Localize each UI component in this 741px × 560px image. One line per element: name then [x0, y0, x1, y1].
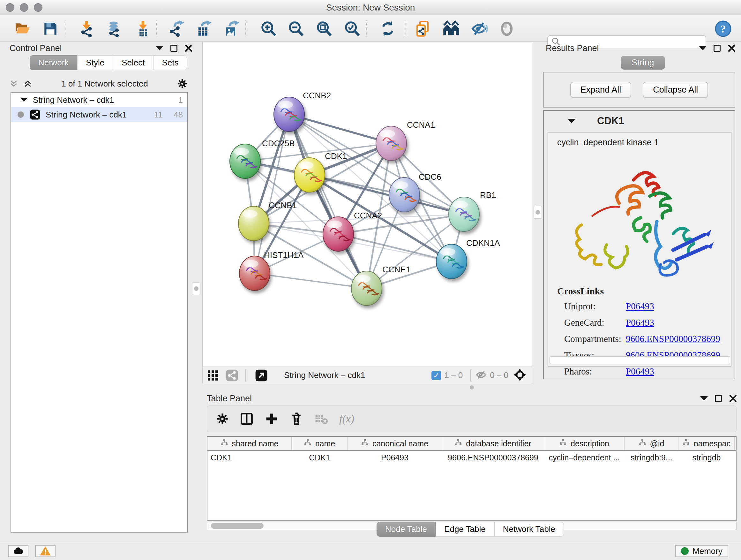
- table-cell[interactable]: 9606.ENSP00000378699: [442, 451, 544, 464]
- import-table-file-icon[interactable]: [134, 20, 152, 38]
- float-panel-icon[interactable]: [171, 45, 178, 52]
- zoom-selected-icon[interactable]: [343, 20, 361, 38]
- network-node-ccne1[interactable]: CCNE1: [351, 265, 410, 306]
- table-row[interactable]: CDK1CDK1P064939606.ENSP00000378699cyclin…: [207, 451, 736, 464]
- table-gear-icon[interactable]: [216, 413, 229, 425]
- show-all-panels-icon[interactable]: [442, 20, 460, 38]
- crosslink-link[interactable]: P06493: [626, 317, 654, 328]
- table-cell[interactable]: cyclin–dependent ...: [544, 451, 624, 464]
- table-cell[interactable]: CDK1: [207, 451, 292, 464]
- function-builder-icon[interactable]: f(x): [339, 413, 354, 425]
- column-header-namespac[interactable]: namespac: [678, 437, 735, 450]
- import-network-file-icon[interactable]: [77, 20, 95, 38]
- left-splitter-handle[interactable]: [192, 282, 200, 295]
- table-float-icon[interactable]: [715, 395, 722, 402]
- tab-style[interactable]: Style: [77, 55, 113, 70]
- clone-network-icon[interactable]: [414, 20, 432, 38]
- gene-collapse-icon[interactable]: [568, 119, 576, 123]
- memory-button[interactable]: Memory: [675, 545, 728, 557]
- tab-select[interactable]: Select: [113, 55, 153, 70]
- tab-edge-table[interactable]: Edge Table: [435, 522, 494, 537]
- table-cell[interactable]: CDK1: [292, 451, 347, 464]
- network-collection-row[interactable]: String Network – cdk1 1: [11, 92, 187, 107]
- table-cell[interactable]: stringdb: [678, 451, 735, 464]
- collapse-all-button[interactable]: Collapse All: [643, 82, 708, 98]
- results-float-icon[interactable]: [714, 45, 721, 52]
- column-header--id[interactable]: @id: [624, 437, 678, 450]
- network-canvas[interactable]: CCNB2CCNA1CDC25BCDK1CDC6RB1CCNB1CCNA2CDK…: [202, 43, 532, 367]
- export-image-icon[interactable]: [223, 20, 241, 38]
- help-icon[interactable]: ?: [714, 20, 732, 38]
- table-cell[interactable]: stringdb:9...: [624, 451, 678, 464]
- bottom-splitter-handle[interactable]: [465, 385, 478, 389]
- gene-header[interactable]: CDK1: [544, 111, 735, 131]
- table-panel: Table Panel f(x) shared namenamecanonica…: [202, 390, 741, 541]
- network-edge[interactable]: [289, 114, 391, 143]
- gear-icon[interactable]: [177, 78, 188, 89]
- tab-sets[interactable]: Sets: [153, 55, 187, 70]
- import-network-database-icon[interactable]: [105, 20, 123, 38]
- right-splitter-handle[interactable]: [534, 206, 542, 219]
- column-header-name[interactable]: name: [292, 437, 347, 450]
- crosslink-link[interactable]: P06493: [626, 366, 654, 377]
- collapse-all-icon[interactable]: [9, 79, 18, 88]
- results-close-icon[interactable]: [728, 44, 736, 52]
- hide-panels-eye-icon[interactable]: [470, 20, 488, 38]
- results-menu-icon[interactable]: [699, 46, 706, 51]
- network-node-ccna1[interactable]: CCNA1: [376, 120, 435, 161]
- node-table[interactable]: shared namenamecanonical namedatabase id…: [207, 436, 737, 521]
- collection-expand-icon[interactable]: [21, 98, 27, 102]
- update-icon[interactable]: [379, 20, 397, 38]
- table-close-icon[interactable]: [729, 394, 737, 402]
- delete-table-icon[interactable]: [314, 412, 328, 426]
- table-hscroll-thumb[interactable]: [211, 523, 264, 529]
- network-node-cdkn1a[interactable]: CDKN1A: [436, 238, 500, 279]
- column-header-database-identifier[interactable]: database identifier: [442, 437, 544, 450]
- tab-node-table[interactable]: Node Table: [377, 522, 435, 537]
- network-view-share-icon[interactable]: [223, 367, 241, 384]
- selected-checkbox-icon[interactable]: ✓: [431, 371, 441, 380]
- column-header-description[interactable]: description: [544, 437, 624, 450]
- expand-all-icon[interactable]: [23, 79, 32, 88]
- crosslink-link[interactable]: 9606.ENSP00000378699: [626, 334, 720, 344]
- cloud-button[interactable]: [8, 545, 28, 557]
- select-columns-icon[interactable]: [240, 412, 254, 426]
- delete-column-icon[interactable]: [289, 412, 304, 426]
- warning-button[interactable]: [35, 545, 56, 557]
- hidden-eye-icon[interactable]: [475, 369, 487, 382]
- inactive-eye-icon[interactable]: [498, 20, 516, 38]
- close-panel-icon[interactable]: [185, 44, 193, 52]
- tab-network[interactable]: Network: [30, 55, 77, 70]
- network-edge[interactable]: [255, 114, 289, 273]
- network-edge[interactable]: [289, 114, 367, 288]
- title-bar: Session: New Session: [0, 0, 741, 15]
- column-header-canonical-name[interactable]: canonical name: [347, 437, 442, 450]
- network-node-ccnb1[interactable]: CCNB1: [239, 200, 297, 241]
- tab-string[interactable]: String: [621, 56, 665, 70]
- table-cell[interactable]: P06493: [347, 451, 442, 464]
- birdseye-grid-icon[interactable]: [203, 367, 223, 384]
- export-table-icon[interactable]: [195, 20, 213, 38]
- table-menu-icon[interactable]: [700, 396, 708, 401]
- zoom-fit-icon[interactable]: [315, 20, 333, 38]
- results-scrollbar[interactable]: [549, 356, 730, 364]
- network-node-cdk1[interactable]: CDK1: [294, 151, 347, 192]
- network-row[interactable]: String Network – cdk1 11 48: [11, 107, 187, 122]
- save-session-icon[interactable]: [42, 20, 59, 38]
- network-edge[interactable]: [255, 273, 367, 288]
- fit-content-crosshair-icon[interactable]: [513, 368, 527, 383]
- add-column-icon[interactable]: [265, 412, 279, 426]
- zoom-in-icon[interactable]: [260, 20, 278, 38]
- network-node-hist1h1a[interactable]: HIST1H1A: [239, 250, 304, 291]
- panel-menu-icon[interactable]: [156, 46, 163, 51]
- expand-all-button[interactable]: Expand All: [570, 82, 631, 98]
- column-header-shared-name[interactable]: shared name: [207, 437, 292, 450]
- network-node-ccnb2[interactable]: CCNB2: [274, 91, 331, 132]
- zoom-out-icon[interactable]: [287, 20, 305, 38]
- tab-network-table[interactable]: Network Table: [494, 522, 564, 537]
- detach-view-icon[interactable]: [250, 367, 273, 384]
- network-node-rb1[interactable]: RB1: [449, 190, 496, 232]
- open-file-icon[interactable]: [13, 20, 31, 38]
- export-network-icon[interactable]: [167, 20, 185, 38]
- crosslink-link[interactable]: P06493: [626, 301, 654, 312]
